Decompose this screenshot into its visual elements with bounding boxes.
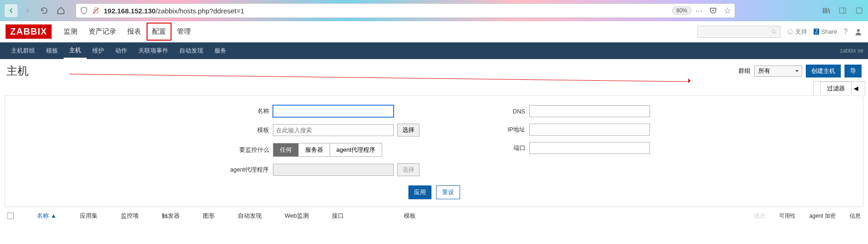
col-web[interactable]: Web监测 xyxy=(285,212,309,220)
back-button[interactable] xyxy=(5,4,18,17)
subnav-discovery[interactable]: 自动发现 xyxy=(174,42,209,59)
sidebar-icon[interactable] xyxy=(838,6,847,15)
header-search[interactable] xyxy=(697,26,780,38)
insecure-icon xyxy=(92,6,100,15)
col-interface[interactable]: 接口 xyxy=(332,212,344,220)
dns-label: DNS xyxy=(475,108,526,115)
share-link[interactable]: ZShare xyxy=(814,28,837,35)
filter-toggle[interactable]: 过滤器 ◀ xyxy=(813,81,865,95)
watermark-row: 状态 可用性 agent 加密 信息 xyxy=(754,212,861,220)
create-host-button[interactable]: 创建主机 xyxy=(806,65,841,77)
col-triggers[interactable]: 触发器 xyxy=(162,212,180,220)
pocket-icon[interactable] xyxy=(709,6,717,15)
svg-point-5 xyxy=(772,30,775,33)
nav-configuration[interactable]: 配置 xyxy=(147,23,171,41)
main-nav: 监测 资产记录 报表 配置 管理 xyxy=(58,23,196,41)
port-label: 端口 xyxy=(475,144,526,152)
bookmark-star-icon[interactable]: ☆ xyxy=(724,6,731,16)
group-select[interactable]: 所有 xyxy=(754,65,802,77)
forward-button[interactable] xyxy=(21,4,34,17)
url-bar[interactable]: 192.168.152.130/zabbix/hosts.php?ddreset… xyxy=(76,3,735,18)
col-items[interactable]: 监控项 xyxy=(121,212,139,220)
col-info[interactable]: 信息 xyxy=(850,212,861,220)
col-applications[interactable]: 应用集 xyxy=(80,212,98,220)
nav-inventory[interactable]: 资产记录 xyxy=(83,23,122,41)
nav-monitoring[interactable]: 监测 xyxy=(58,23,83,41)
monitor-proxy[interactable]: agent代理程序 xyxy=(330,143,382,156)
home-button[interactable] xyxy=(54,4,67,17)
monitor-any[interactable]: 任何 xyxy=(273,143,299,156)
svg-rect-4 xyxy=(856,8,862,13)
col-availability[interactable]: 可用性 xyxy=(779,212,796,220)
subnav-hosts[interactable]: 主机 xyxy=(64,42,87,59)
reload-button[interactable] xyxy=(38,4,51,17)
more-icon[interactable]: ⋯ xyxy=(695,6,703,15)
monitor-segment: 任何 服务器 agent代理程序 xyxy=(273,143,383,157)
apply-button[interactable]: 应用 xyxy=(408,185,431,199)
filter-panel: 名称 模板 选择 要监控什么 任何 服务器 agent代理程序 agent代理程… xyxy=(5,95,863,207)
monitor-server[interactable]: 服务器 xyxy=(299,143,330,156)
browser-toolbar: 192.168.152.130/zabbix/hosts.php?ddreset… xyxy=(0,0,868,21)
filter-tab-row: 过滤器 ◀ xyxy=(0,81,868,95)
sub-nav: 主机群组 模板 主机 维护 动作 关联项事件 自动发现 服务 zabbix se xyxy=(0,42,868,59)
server-name: zabbix se xyxy=(840,48,863,54)
subnav-templates[interactable]: 模板 xyxy=(41,42,64,59)
subnav-maintenance[interactable]: 维护 xyxy=(87,42,110,59)
svg-point-8 xyxy=(857,29,860,32)
proxy-label: agent代理程序 xyxy=(218,166,269,174)
annotation-line xyxy=(69,74,688,82)
nav-reports[interactable]: 报表 xyxy=(122,23,147,41)
subnav-correlation[interactable]: 关联项事件 xyxy=(133,42,174,59)
ip-input[interactable] xyxy=(529,124,650,136)
template-label: 模板 xyxy=(218,126,269,134)
group-label: 群组 xyxy=(738,67,750,75)
subnav-services[interactable]: 服务 xyxy=(209,42,232,59)
table-header: 名称 ▲ 应用集 监控项 触发器 图形 自动发现 Web监测 接口 模板 状态 … xyxy=(0,207,868,222)
nav-administration[interactable]: 管理 xyxy=(171,23,196,41)
shield-icon xyxy=(80,6,88,15)
col-graphs[interactable]: 图形 xyxy=(203,212,215,220)
search-icon xyxy=(771,29,777,35)
col-discovery[interactable]: 自动发现 xyxy=(238,212,262,220)
subnav-hostgroups[interactable]: 主机群组 xyxy=(6,42,41,59)
template-select-button[interactable]: 选择 xyxy=(397,124,419,137)
svg-line-6 xyxy=(775,32,776,34)
col-status[interactable]: 状态 xyxy=(754,212,765,220)
name-input[interactable] xyxy=(273,105,394,117)
page-header: 主机 群组 所有 创建主机 导 xyxy=(0,59,868,81)
svg-rect-2 xyxy=(839,8,846,13)
name-label: 名称 xyxy=(218,107,269,115)
import-button[interactable]: 导 xyxy=(844,65,862,77)
reset-button[interactable]: 重设 xyxy=(436,185,460,199)
select-all-checkbox[interactable] xyxy=(7,213,14,219)
zoom-badge[interactable]: 80% xyxy=(672,6,691,15)
proxy-select-button: 选择 xyxy=(397,163,419,176)
page-title: 主机 xyxy=(6,64,29,78)
support-link[interactable]: 支持 xyxy=(787,28,807,36)
zabbix-logo[interactable]: ZABBIX xyxy=(6,24,52,39)
col-name[interactable]: 名称 ▲ xyxy=(37,212,57,220)
subnav-actions[interactable]: 动作 xyxy=(110,42,133,59)
col-encryption[interactable]: agent 加密 xyxy=(809,212,836,220)
user-icon[interactable] xyxy=(854,28,862,36)
dns-input[interactable] xyxy=(529,105,650,117)
library-icon[interactable] xyxy=(822,6,830,15)
url-text: 192.168.152.130/zabbix/hosts.php?ddreset… xyxy=(104,7,244,15)
template-input[interactable] xyxy=(273,124,394,136)
col-templates[interactable]: 模板 xyxy=(404,212,416,220)
extensions-icon[interactable] xyxy=(855,6,863,15)
ip-label: IP地址 xyxy=(475,125,526,134)
zabbix-header: ZABBIX 监测 资产记录 报表 配置 管理 支持 ZShare ? xyxy=(0,21,868,42)
help-icon[interactable]: ? xyxy=(844,28,848,36)
proxy-input xyxy=(273,164,394,176)
monitor-label: 要监控什么 xyxy=(218,146,269,154)
port-input[interactable] xyxy=(529,142,650,154)
